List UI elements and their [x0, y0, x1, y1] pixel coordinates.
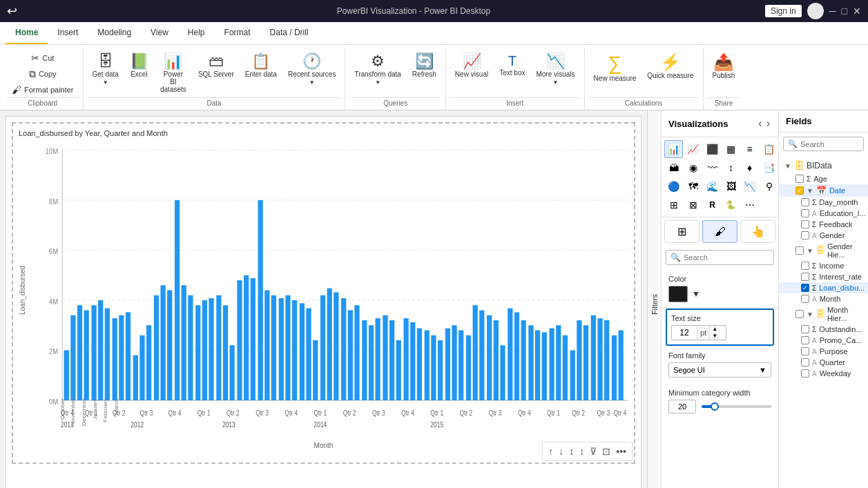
tab-format[interactable]: Format: [215, 22, 260, 44]
viz-icon-custom1[interactable]: ⊠: [684, 196, 702, 214]
get-data-button[interactable]: 🗄 Get data ▼: [88, 50, 124, 89]
field-item-interest[interactable]: Σ Interest_rate: [779, 271, 868, 282]
field-item-promo[interactable]: A Promo_Ca...: [779, 335, 868, 346]
interest-checkbox[interactable]: [801, 273, 809, 281]
field-item-month-hier[interactable]: ▼ 🗄 Month Hier...: [779, 304, 868, 324]
field-item-month[interactable]: A Month: [779, 293, 868, 304]
day-month-checkbox[interactable]: [801, 198, 809, 206]
viz-icon-image[interactable]: 🖼: [722, 177, 740, 195]
viz-icon-decomp[interactable]: ⚲: [760, 177, 778, 195]
gender-hier-checkbox[interactable]: [795, 246, 804, 255]
promo-checkbox[interactable]: [801, 336, 809, 344]
more-visuals-button[interactable]: 📉 More visuals ▼: [531, 50, 579, 89]
field-item-quarter[interactable]: A Quarter: [779, 357, 868, 368]
gender-checkbox[interactable]: [801, 231, 809, 240]
close-btn[interactable]: ✕: [853, 6, 861, 17]
sort-az-btn[interactable]: ↕: [568, 445, 575, 458]
text-size-up[interactable]: ▲: [710, 326, 720, 333]
tab-modeling[interactable]: Modeling: [88, 22, 141, 44]
fields-search-input[interactable]: [800, 140, 868, 148]
field-item-gender[interactable]: A Gender: [779, 230, 868, 241]
field-item-purpose[interactable]: A Purpose: [779, 346, 868, 357]
viz-icon-r[interactable]: R: [703, 196, 722, 214]
viz-icon-slicer[interactable]: 🔵: [664, 177, 683, 195]
field-item-income[interactable]: Σ Income: [779, 260, 868, 271]
viz-nav-right[interactable]: ›: [765, 116, 771, 131]
date-checkbox[interactable]: ✓: [795, 186, 804, 195]
recent-sources-button[interactable]: 🕐 Recent sources ▼: [283, 50, 340, 89]
expand-btn[interactable]: ↕: [578, 445, 586, 458]
min-cat-input[interactable]: [668, 400, 696, 413]
loan-checkbox[interactable]: ✓: [801, 284, 809, 292]
tab-help[interactable]: Help: [178, 22, 215, 44]
month-hier-checkbox[interactable]: [795, 310, 804, 318]
field-item-outstanding[interactable]: Σ Outstandin...: [779, 324, 868, 335]
focus-btn[interactable]: ⊡: [601, 445, 612, 458]
chart-container[interactable]: Loan_disbursed by Year, Quarter and Mont…: [12, 122, 635, 464]
color-swatch[interactable]: [668, 286, 688, 302]
field-item-education[interactable]: A Education_l...: [779, 208, 868, 219]
powerbi-datasets-button[interactable]: 📊 Power BI datasets: [155, 50, 192, 97]
text-size-value[interactable]: [672, 326, 697, 340]
color-dropdown[interactable]: ▼: [692, 289, 700, 299]
sort-down-btn[interactable]: ↓: [557, 445, 565, 458]
viz-icon-python[interactable]: 🐍: [722, 196, 740, 214]
viz-analytics-btn[interactable]: 👆: [740, 220, 775, 243]
field-item-weekday[interactable]: A Weekday: [779, 368, 868, 379]
publish-button[interactable]: 📤 Publish: [708, 50, 740, 83]
refresh-button[interactable]: 🔄 Refresh: [407, 50, 441, 81]
transform-data-button[interactable]: ⚙ Transform data ▼: [349, 50, 405, 89]
viz-icon-bar[interactable]: 📊: [664, 140, 683, 158]
maximize-btn[interactable]: □: [842, 6, 847, 17]
enter-data-button[interactable]: 📋 Enter data: [240, 50, 282, 81]
more-btn[interactable]: •••: [615, 445, 628, 458]
outstanding-checkbox[interactable]: [801, 325, 809, 333]
text-box-button[interactable]: T Text box: [494, 50, 530, 80]
income-checkbox[interactable]: [801, 262, 809, 270]
viz-icon-card[interactable]: ♦: [740, 159, 759, 177]
feedback-checkbox[interactable]: [801, 220, 809, 228]
fields-search-box[interactable]: 🔍: [783, 137, 864, 151]
month-checkbox[interactable]: [801, 295, 809, 303]
slider-thumb[interactable]: [711, 402, 719, 411]
viz-format-btn[interactable]: 🖌: [702, 220, 737, 243]
viz-search-box[interactable]: 🔍: [666, 250, 774, 265]
new-measure-button[interactable]: ∑ New measure: [589, 50, 642, 86]
viz-icon-matrix[interactable]: ≡: [740, 140, 759, 158]
viz-icon-area[interactable]: ⬛: [703, 140, 722, 158]
sort-up-btn[interactable]: ↑: [547, 445, 554, 458]
edu-checkbox[interactable]: [801, 209, 809, 217]
tab-home[interactable]: Home: [6, 22, 48, 44]
field-item-age[interactable]: Σ Age: [779, 173, 868, 184]
canvas-page[interactable]: Loan_disbursed by Year, Quarter and Mont…: [6, 116, 642, 488]
viz-icon-map[interactable]: 🗺: [684, 177, 702, 195]
quick-measure-button[interactable]: ⚡ Quick measure: [642, 50, 698, 83]
viz-icon-scatter[interactable]: 🏔: [664, 159, 683, 177]
quarter-checkbox[interactable]: [801, 358, 809, 367]
format-painter-button[interactable]: 🖌 Format painter: [7, 82, 79, 97]
viz-icon-more[interactable]: ⋯: [740, 196, 759, 214]
viz-icon-kpi[interactable]: 📋: [760, 140, 778, 158]
filters-side-panel[interactable]: Filters: [648, 110, 662, 488]
cut-button[interactable]: ✂ Cut: [7, 50, 79, 66]
field-item-feedback[interactable]: Σ Feedback: [779, 219, 868, 230]
text-size-down[interactable]: ▼: [710, 333, 720, 340]
viz-icon-table[interactable]: ▦: [722, 140, 740, 158]
viz-search-input[interactable]: [684, 253, 779, 262]
viz-icon-funnel[interactable]: 〰: [703, 159, 722, 177]
tab-datadrill[interactable]: Data / Drill: [260, 22, 318, 44]
viz-icon-qna[interactable]: ⊞: [664, 196, 683, 214]
minimize-btn[interactable]: ─: [829, 6, 836, 17]
tab-insert[interactable]: Insert: [48, 22, 88, 44]
age-checkbox[interactable]: [795, 175, 804, 183]
field-item-date[interactable]: ✓ ▼ 📅 Date: [779, 184, 868, 197]
excel-button[interactable]: 📗 Excel: [125, 50, 153, 81]
back-icon[interactable]: ↩: [7, 3, 17, 19]
tab-view[interactable]: View: [141, 22, 178, 44]
purpose-checkbox[interactable]: [801, 347, 809, 355]
slider-track[interactable]: [702, 405, 771, 408]
viz-fields-btn[interactable]: ⊞: [664, 220, 700, 243]
field-item-day-month[interactable]: Σ Day_month: [779, 197, 868, 208]
viz-icon-treemap[interactable]: 📉: [740, 177, 759, 195]
field-item-loan[interactable]: ✓ Σ Loan_disbu...: [779, 282, 868, 293]
